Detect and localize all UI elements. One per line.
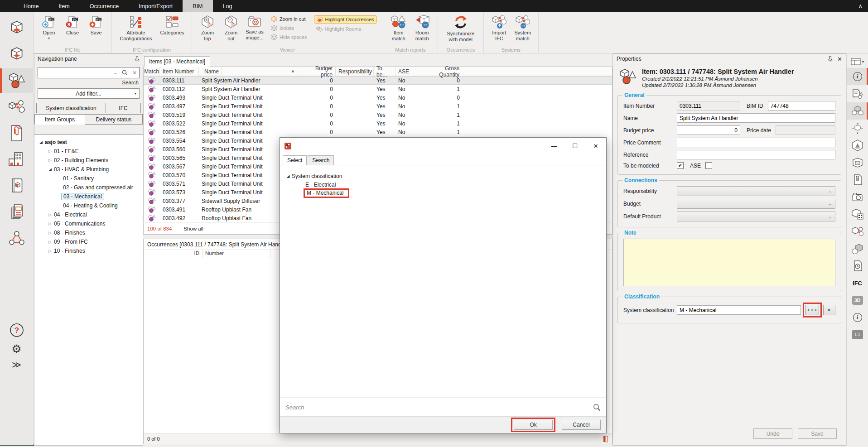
sidebar-item-relations[interactable] [0, 226, 34, 250]
undo-button[interactable]: Undo [753, 428, 792, 439]
search-options-caret-icon[interactable]: ⌄ [111, 70, 120, 75]
room-match-button[interactable]: 1:1 Room match [412, 14, 433, 41]
tree-item[interactable]: 02 - Building Elements [34, 156, 143, 165]
system-match-button[interactable]: 1:1 System match [512, 14, 533, 41]
system-classification-browse-button[interactable]: • • • [805, 305, 819, 315]
tree-item[interactable]: 08 - Finishes [34, 228, 143, 237]
tool-one-to-one[interactable]: 1:1 [847, 326, 868, 343]
pin-icon[interactable] [135, 56, 140, 62]
categories-button[interactable]: Categories [158, 14, 187, 36]
system-classification-clear-button[interactable]: ✕ [823, 305, 835, 315]
expand-icon[interactable] [46, 167, 54, 172]
table-row[interactable]: 0303.522 Single Duct Terminal Unit 0 Yes… [144, 119, 612, 128]
close-icon[interactable]: ✕ [837, 56, 842, 62]
show-all-link[interactable]: Show all [183, 226, 203, 231]
tree-item[interactable]: 02 - Gas and compressed air [34, 183, 143, 192]
tab-system-classification[interactable]: System classification [36, 103, 106, 113]
budget-dropdown[interactable]: ⌄ [677, 199, 835, 209]
column-header-name[interactable]: Name▼ [199, 67, 302, 76]
tree-item[interactable]: 10 - Finishes [34, 246, 143, 255]
item-match-button[interactable]: 1:1 Item match [388, 14, 409, 41]
item-number-field[interactable] [677, 101, 740, 111]
tool-item-data[interactable] [847, 85, 868, 102]
table-row[interactable]: 0303.519 Single Duct Terminal Unit 0 Yes… [144, 111, 612, 119]
synchronize-with-model-button[interactable]: Synchronize with model [443, 14, 478, 42]
menu-item-import-export[interactable]: Import/Export [129, 0, 183, 12]
tab-ifc[interactable]: IFC [106, 103, 141, 113]
responsibility-dropdown[interactable]: ⌄ [677, 186, 835, 196]
panel-layout-button[interactable]: ▾ [851, 55, 864, 68]
tree-item-system-classification[interactable]: ◢ System classification [285, 172, 602, 180]
hide-spaces-button[interactable]: Hide spaces [269, 34, 309, 41]
expand-icon[interactable] [46, 158, 54, 163]
tool-ifc-info[interactable]: i [847, 309, 868, 326]
table-row[interactable]: 0303.111 Split System Air Handler 0 Yes … [144, 76, 612, 85]
tree-item[interactable]: asjo test [34, 138, 143, 147]
zoom-top-button[interactable]: Zoom top [197, 14, 218, 41]
tool-images[interactable] [847, 188, 868, 206]
expand-icon[interactable] [46, 221, 54, 226]
column-header-id[interactable]: ID [144, 250, 203, 258]
close-icon[interactable]: ✕ [585, 138, 606, 154]
budget-price-field[interactable] [677, 125, 740, 135]
collapse-ribbon-icon[interactable]: ∧ [858, 0, 863, 12]
column-header-to-be[interactable]: To be... [374, 67, 395, 76]
sidebar-item-items[interactable] [0, 68, 34, 93]
sidebar-item-room-function[interactable] [0, 42, 34, 67]
clear-search-icon[interactable]: ✕ [130, 70, 139, 76]
tree-item[interactable]: 04 - Electrical [34, 210, 143, 219]
tool-info[interactable]: i [847, 68, 868, 85]
sidebar-item-rooms[interactable] [0, 16, 34, 40]
ase-checkbox[interactable] [705, 162, 712, 169]
tree-item[interactable]: 03 - HVAC & Plumbing [34, 165, 143, 174]
minimize-icon[interactable]: — [544, 138, 564, 154]
table-row[interactable]: 0303.112 Split System Air Handler 0 Yes … [144, 85, 612, 93]
pin-icon[interactable] [828, 56, 833, 62]
maximize-icon[interactable]: ☐ [564, 138, 585, 154]
search-icon[interactable] [593, 404, 601, 411]
bim-id-field[interactable] [768, 101, 835, 111]
column-header-budget-price[interactable]: Budget price [302, 67, 336, 76]
tree-item[interactable]: 09 - From IFC [34, 237, 143, 246]
import-ifc-button[interactable]: Import IFC [489, 14, 510, 41]
tool-system-links[interactable] [847, 223, 868, 240]
expand-icon[interactable] [46, 149, 54, 154]
table-row[interactable]: 0303.493 Single Duct Terminal Unit 0 Yes… [144, 93, 612, 102]
tree-item[interactable]: 03 - Mechanical [34, 192, 143, 201]
menu-item-home[interactable]: Home [14, 0, 48, 12]
expand-icon[interactable]: ◢ [285, 174, 292, 178]
expand-sidebar-button[interactable]: ≫ [12, 360, 21, 369]
save-as-image-button[interactable]: Save as image... [244, 14, 265, 40]
tool-3d-view[interactable]: 3D [847, 292, 868, 309]
expand-icon[interactable] [37, 140, 45, 144]
tree-item[interactable]: 01 - FF&E [34, 147, 143, 156]
tree-item-electrical[interactable]: E - Electrical [285, 180, 602, 189]
expand-icon[interactable] [46, 212, 54, 217]
ok-button[interactable]: Ok [514, 420, 553, 430]
dialog-titlebar[interactable]: — ☐ ✕ [280, 138, 606, 154]
price-date-field[interactable] [776, 125, 835, 135]
save-button[interactable]: Save [798, 428, 837, 439]
reference-field[interactable] [677, 150, 835, 159]
column-header-ase[interactable]: ASE [395, 67, 426, 76]
expand-icon[interactable] [46, 231, 54, 235]
open-dropdown-caret[interactable]: ▾ [48, 36, 50, 40]
settings-button[interactable]: ⚙ [11, 343, 21, 355]
tab-search[interactable]: Search [308, 155, 334, 165]
highlight-rooms-button[interactable]: Highlight Rooms [314, 25, 377, 33]
search-link[interactable]: Search [34, 78, 143, 85]
default-product-dropdown[interactable]: ⌄ [677, 211, 835, 221]
note-field[interactable] [623, 239, 835, 286]
to-be-modeled-checkbox[interactable]: ✔ [677, 162, 684, 169]
attribute-configurations-button[interactable]: Attribute Configurations [117, 14, 155, 41]
menu-item-item[interactable]: Item [48, 0, 79, 12]
column-header-item-number[interactable]: Item Number [160, 67, 199, 76]
tool-sub-items[interactable] [847, 240, 868, 257]
tool-3d-orientation[interactable] [847, 120, 868, 137]
highlight-occurrences-button[interactable]: Highlight Occurrences [314, 15, 377, 24]
tool-model-view[interactable] [847, 137, 868, 154]
tool-history[interactable] [847, 257, 868, 274]
tree-item-mechanical[interactable]: M - Mechanical [285, 189, 602, 197]
tree-item[interactable]: 01 - Sanitary [34, 174, 143, 183]
isolate-button[interactable]: Isolate [269, 24, 309, 32]
